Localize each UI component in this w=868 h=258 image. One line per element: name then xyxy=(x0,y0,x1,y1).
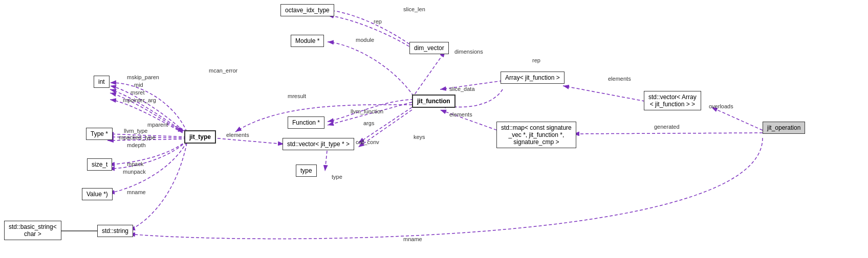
node-jit-operation: jit_operation xyxy=(763,122,805,134)
label-generated: generated xyxy=(654,124,680,130)
label-mresult: mresult xyxy=(288,93,306,99)
label-call-conv: call_conv xyxy=(356,139,379,145)
label-munpack: munpack xyxy=(123,169,146,175)
node-octave-idx-type: octave_idx_type xyxy=(280,4,334,16)
label-slice-len: slice_len xyxy=(403,6,425,12)
node-type-ptr: Type * xyxy=(86,128,113,140)
node-std-string: std::string xyxy=(97,225,133,237)
node-std-basic-string: std::basic_string<char > xyxy=(4,221,61,240)
label-mpacked-type: mpacked_type xyxy=(119,134,156,140)
label-elements-2: elements xyxy=(449,111,472,118)
label-msret: msret xyxy=(131,89,145,96)
node-value-ptr: Value *) xyxy=(82,188,113,200)
node-jit-function: jit_function xyxy=(412,95,455,108)
label-mdepth: mdepth xyxy=(127,142,146,148)
label-elements-3: elements xyxy=(226,132,249,138)
label-llvm-type: llvm_type xyxy=(124,128,147,134)
label-rep-1: rep xyxy=(374,18,382,25)
label-elements-1: elements xyxy=(608,76,631,82)
node-std-map: std::map< const signature_vec *, jit_fun… xyxy=(496,122,576,148)
label-mpack: mpack xyxy=(127,161,143,167)
label-args: args xyxy=(363,120,374,126)
node-int: int xyxy=(94,76,110,88)
label-mname-2: mname xyxy=(403,236,422,242)
label-keys: keys xyxy=(414,134,425,140)
node-type: type xyxy=(296,165,317,177)
label-mname-1: mname xyxy=(127,189,146,195)
label-llvm-function: llvm_function xyxy=(351,108,383,114)
node-function-ptr: Function * xyxy=(288,116,324,129)
diagram-container: { "nodes": [ {"id": "jit_operation", "la… xyxy=(0,0,868,258)
label-rep-2: rep xyxy=(532,57,540,63)
node-std-vector-array: std::vector< Array< jit_function > > xyxy=(644,91,701,110)
node-array-jit-function: Array< jit_function > xyxy=(501,72,565,84)
label-mpointer-arg: mpointer_arg xyxy=(123,97,156,103)
label-mskip-paren: mskip_paren xyxy=(127,74,159,80)
node-std-vector-jit-type: std::vector< jit_type * > xyxy=(283,138,354,150)
label-dimensions: dimensions xyxy=(454,49,483,55)
node-jit-type: jit_type xyxy=(184,130,216,144)
label-type: type xyxy=(332,174,342,180)
node-size-t: size_t xyxy=(87,158,112,171)
label-mid: mid xyxy=(134,82,143,88)
node-dim-vector: dim_vector xyxy=(409,42,449,54)
label-overloads: overloads xyxy=(709,103,733,109)
label-mparent: mparent xyxy=(147,122,168,128)
label-slice-data: slice_data xyxy=(449,86,475,92)
label-module: module xyxy=(356,37,374,43)
node-module: Module * xyxy=(291,35,324,47)
label-mcan-error: mcan_error xyxy=(209,67,237,74)
